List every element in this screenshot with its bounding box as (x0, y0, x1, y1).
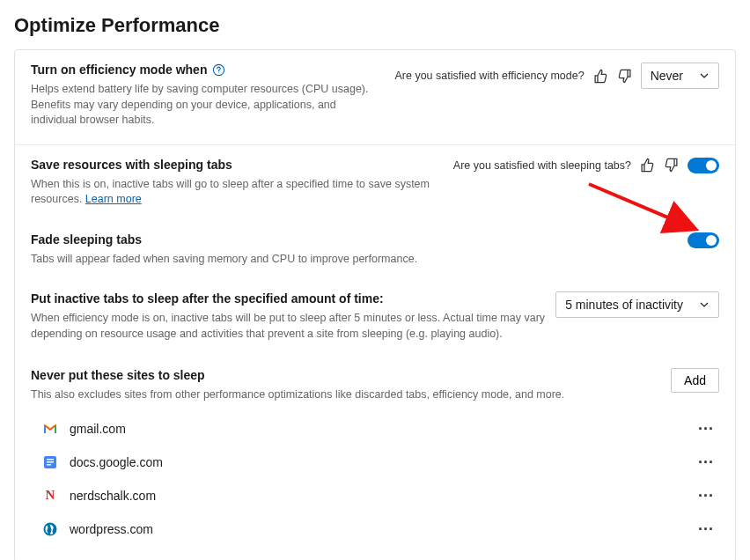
svg-rect-4 (47, 459, 54, 461)
efficiency-section: Turn on efficiency mode when Helps exten… (15, 50, 735, 145)
site-more-button[interactable]: ··· (696, 421, 716, 437)
site-row: Nnerdschalk.com··· (31, 479, 719, 512)
sleeping-tabs-title: Save resources with sleeping tabs (31, 158, 443, 172)
svg-rect-6 (47, 464, 51, 466)
svg-point-1 (218, 72, 219, 73)
site-favicon: N (43, 489, 57, 503)
learn-more-link[interactable]: Learn more (85, 193, 142, 205)
site-favicon (43, 522, 57, 536)
chevron-down-icon (699, 70, 710, 81)
site-row: wordpress.com··· (31, 512, 719, 546)
inactive-select[interactable]: 5 minutes of inactivity (555, 291, 719, 318)
site-row: gmail.com··· (31, 412, 719, 446)
site-more-button[interactable]: ··· (696, 521, 716, 537)
site-favicon (43, 455, 57, 469)
chevron-down-icon (699, 299, 710, 310)
thumbs-up-icon[interactable] (640, 158, 655, 173)
help-icon[interactable] (212, 63, 225, 77)
site-favicon (43, 422, 57, 436)
efficiency-select[interactable]: Never (641, 63, 719, 89)
thumbs-down-icon[interactable] (664, 158, 679, 173)
efficiency-feedback-text: Are you satisfied with efficiency mode? (394, 70, 584, 82)
fade-desc: Tabs will appear faded when saving memor… (31, 252, 524, 268)
thumbs-up-icon[interactable] (593, 69, 608, 84)
add-site-button[interactable]: Add (671, 368, 719, 393)
page-title: Optimize Performance (14, 14, 736, 37)
efficiency-desc: Helps extend battery life by saving comp… (31, 82, 384, 129)
inactive-desc: When efficiency mode is on, inactive tab… (31, 311, 545, 342)
site-row: docs.google.com··· (31, 446, 719, 479)
fade-title: Fade sleeping tabs (31, 232, 677, 247)
inactive-title: Put inactive tabs to sleep after the spe… (31, 291, 545, 306)
sleeping-tabs-desc: When this is on, inactive tabs will go t… (31, 177, 443, 208)
efficiency-title: Turn on efficiency mode when (31, 63, 384, 77)
svg-rect-5 (47, 461, 54, 463)
site-name: docs.google.com (70, 455, 163, 469)
site-name: wordpress.com (70, 522, 153, 536)
fade-toggle[interactable] (688, 232, 719, 248)
site-name: nerdschalk.com (70, 489, 156, 503)
site-list: gmail.com···docs.google.com···Nnerdschal… (31, 412, 719, 546)
sleeping-tabs-toggle[interactable] (688, 158, 719, 173)
sleeping-tabs-section: Save resources with sleeping tabs When t… (15, 145, 735, 561)
never-sleep-desc: This also excludes sites from other perf… (31, 387, 594, 403)
site-more-button[interactable]: ··· (696, 454, 716, 470)
never-sleep-title: Never put these sites to sleep (31, 368, 660, 382)
thumbs-down-icon[interactable] (617, 69, 632, 84)
sleeping-feedback-text: Are you satisfied with sleeping tabs? (453, 159, 631, 172)
site-name: gmail.com (70, 422, 126, 436)
site-more-button[interactable]: ··· (696, 488, 716, 504)
settings-card: Turn on efficiency mode when Helps exten… (14, 49, 736, 560)
